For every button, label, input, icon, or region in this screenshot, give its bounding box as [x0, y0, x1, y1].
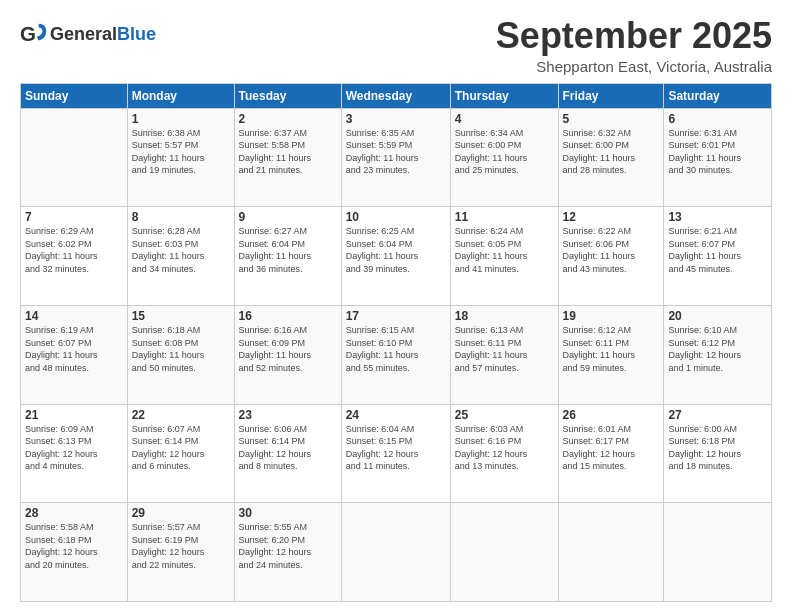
calendar-cell: 4Sunrise: 6:34 AMSunset: 6:00 PMDaylight…	[450, 108, 558, 207]
calendar-cell: 16Sunrise: 6:16 AMSunset: 6:09 PMDayligh…	[234, 305, 341, 404]
day-info: Sunrise: 6:28 AMSunset: 6:03 PMDaylight:…	[132, 225, 230, 275]
day-number: 11	[455, 210, 554, 224]
day-number: 8	[132, 210, 230, 224]
calendar-cell: 28Sunrise: 5:58 AMSunset: 6:18 PMDayligh…	[21, 503, 128, 602]
page: G GeneralBlue September 2025 Shepparton …	[0, 0, 792, 612]
day-info: Sunrise: 6:00 AMSunset: 6:18 PMDaylight:…	[668, 423, 767, 473]
calendar-week-3: 14Sunrise: 6:19 AMSunset: 6:07 PMDayligh…	[21, 305, 772, 404]
day-number: 9	[239, 210, 337, 224]
day-number: 6	[668, 112, 767, 126]
day-info: Sunrise: 6:12 AMSunset: 6:11 PMDaylight:…	[563, 324, 660, 374]
calendar-cell: 26Sunrise: 6:01 AMSunset: 6:17 PMDayligh…	[558, 404, 664, 503]
calendar-header-thursday: Thursday	[450, 83, 558, 108]
calendar-cell: 20Sunrise: 6:10 AMSunset: 6:12 PMDayligh…	[664, 305, 772, 404]
day-number: 7	[25, 210, 123, 224]
day-number: 14	[25, 309, 123, 323]
calendar-cell: 19Sunrise: 6:12 AMSunset: 6:11 PMDayligh…	[558, 305, 664, 404]
calendar-cell: 21Sunrise: 6:09 AMSunset: 6:13 PMDayligh…	[21, 404, 128, 503]
day-number: 3	[346, 112, 446, 126]
logo: G GeneralBlue	[20, 20, 156, 48]
calendar-cell: 25Sunrise: 6:03 AMSunset: 6:16 PMDayligh…	[450, 404, 558, 503]
day-number: 1	[132, 112, 230, 126]
calendar-cell	[341, 503, 450, 602]
calendar-cell: 23Sunrise: 6:06 AMSunset: 6:14 PMDayligh…	[234, 404, 341, 503]
calendar-header-wednesday: Wednesday	[341, 83, 450, 108]
calendar-cell: 12Sunrise: 6:22 AMSunset: 6:06 PMDayligh…	[558, 207, 664, 306]
day-info: Sunrise: 5:55 AMSunset: 6:20 PMDaylight:…	[239, 521, 337, 571]
day-number: 15	[132, 309, 230, 323]
day-info: Sunrise: 6:09 AMSunset: 6:13 PMDaylight:…	[25, 423, 123, 473]
day-number: 27	[668, 408, 767, 422]
day-info: Sunrise: 6:18 AMSunset: 6:08 PMDaylight:…	[132, 324, 230, 374]
calendar-cell: 5Sunrise: 6:32 AMSunset: 6:00 PMDaylight…	[558, 108, 664, 207]
day-info: Sunrise: 6:27 AMSunset: 6:04 PMDaylight:…	[239, 225, 337, 275]
day-info: Sunrise: 6:04 AMSunset: 6:15 PMDaylight:…	[346, 423, 446, 473]
calendar-cell	[558, 503, 664, 602]
day-number: 12	[563, 210, 660, 224]
day-number: 23	[239, 408, 337, 422]
day-number: 22	[132, 408, 230, 422]
day-number: 19	[563, 309, 660, 323]
day-number: 28	[25, 506, 123, 520]
day-info: Sunrise: 5:58 AMSunset: 6:18 PMDaylight:…	[25, 521, 123, 571]
calendar-header-saturday: Saturday	[664, 83, 772, 108]
calendar-header-row: SundayMondayTuesdayWednesdayThursdayFrid…	[21, 83, 772, 108]
day-number: 5	[563, 112, 660, 126]
day-info: Sunrise: 6:29 AMSunset: 6:02 PMDaylight:…	[25, 225, 123, 275]
day-info: Sunrise: 6:25 AMSunset: 6:04 PMDaylight:…	[346, 225, 446, 275]
calendar-cell: 15Sunrise: 6:18 AMSunset: 6:08 PMDayligh…	[127, 305, 234, 404]
calendar-cell	[21, 108, 128, 207]
day-number: 17	[346, 309, 446, 323]
header: G GeneralBlue September 2025 Shepparton …	[20, 16, 772, 75]
calendar-cell: 10Sunrise: 6:25 AMSunset: 6:04 PMDayligh…	[341, 207, 450, 306]
calendar-week-5: 28Sunrise: 5:58 AMSunset: 6:18 PMDayligh…	[21, 503, 772, 602]
day-number: 2	[239, 112, 337, 126]
day-info: Sunrise: 5:57 AMSunset: 6:19 PMDaylight:…	[132, 521, 230, 571]
logo-text: GeneralBlue	[50, 24, 156, 45]
day-info: Sunrise: 6:06 AMSunset: 6:14 PMDaylight:…	[239, 423, 337, 473]
calendar-week-4: 21Sunrise: 6:09 AMSunset: 6:13 PMDayligh…	[21, 404, 772, 503]
calendar-cell: 7Sunrise: 6:29 AMSunset: 6:02 PMDaylight…	[21, 207, 128, 306]
day-number: 4	[455, 112, 554, 126]
day-number: 25	[455, 408, 554, 422]
day-info: Sunrise: 6:19 AMSunset: 6:07 PMDaylight:…	[25, 324, 123, 374]
title-section: September 2025 Shepparton East, Victoria…	[496, 16, 772, 75]
calendar-cell: 11Sunrise: 6:24 AMSunset: 6:05 PMDayligh…	[450, 207, 558, 306]
calendar-cell: 17Sunrise: 6:15 AMSunset: 6:10 PMDayligh…	[341, 305, 450, 404]
day-info: Sunrise: 6:24 AMSunset: 6:05 PMDaylight:…	[455, 225, 554, 275]
calendar-cell	[664, 503, 772, 602]
logo-general: General	[50, 24, 117, 44]
day-info: Sunrise: 6:07 AMSunset: 6:14 PMDaylight:…	[132, 423, 230, 473]
calendar-cell: 2Sunrise: 6:37 AMSunset: 5:58 PMDaylight…	[234, 108, 341, 207]
day-info: Sunrise: 6:13 AMSunset: 6:11 PMDaylight:…	[455, 324, 554, 374]
calendar-cell: 14Sunrise: 6:19 AMSunset: 6:07 PMDayligh…	[21, 305, 128, 404]
day-number: 10	[346, 210, 446, 224]
day-info: Sunrise: 6:34 AMSunset: 6:00 PMDaylight:…	[455, 127, 554, 177]
calendar-header-tuesday: Tuesday	[234, 83, 341, 108]
day-number: 16	[239, 309, 337, 323]
day-info: Sunrise: 6:22 AMSunset: 6:06 PMDaylight:…	[563, 225, 660, 275]
calendar-header-friday: Friday	[558, 83, 664, 108]
calendar-cell	[450, 503, 558, 602]
svg-text:G: G	[20, 22, 36, 45]
day-number: 13	[668, 210, 767, 224]
day-info: Sunrise: 6:32 AMSunset: 6:00 PMDaylight:…	[563, 127, 660, 177]
day-info: Sunrise: 6:31 AMSunset: 6:01 PMDaylight:…	[668, 127, 767, 177]
calendar-cell: 6Sunrise: 6:31 AMSunset: 6:01 PMDaylight…	[664, 108, 772, 207]
calendar-cell: 30Sunrise: 5:55 AMSunset: 6:20 PMDayligh…	[234, 503, 341, 602]
location-title: Shepparton East, Victoria, Australia	[496, 58, 772, 75]
calendar-table: SundayMondayTuesdayWednesdayThursdayFrid…	[20, 83, 772, 602]
day-number: 26	[563, 408, 660, 422]
day-info: Sunrise: 6:37 AMSunset: 5:58 PMDaylight:…	[239, 127, 337, 177]
calendar-week-1: 1Sunrise: 6:38 AMSunset: 5:57 PMDaylight…	[21, 108, 772, 207]
day-info: Sunrise: 6:35 AMSunset: 5:59 PMDaylight:…	[346, 127, 446, 177]
calendar-cell: 13Sunrise: 6:21 AMSunset: 6:07 PMDayligh…	[664, 207, 772, 306]
day-number: 21	[25, 408, 123, 422]
day-number: 24	[346, 408, 446, 422]
calendar-week-2: 7Sunrise: 6:29 AMSunset: 6:02 PMDaylight…	[21, 207, 772, 306]
calendar-cell: 27Sunrise: 6:00 AMSunset: 6:18 PMDayligh…	[664, 404, 772, 503]
logo-blue: Blue	[117, 24, 156, 44]
day-info: Sunrise: 6:38 AMSunset: 5:57 PMDaylight:…	[132, 127, 230, 177]
calendar-header-sunday: Sunday	[21, 83, 128, 108]
day-number: 29	[132, 506, 230, 520]
